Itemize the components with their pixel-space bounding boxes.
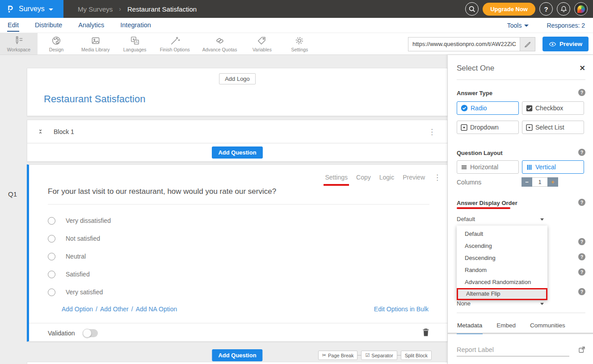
toolbar-item-variables[interactable]: Variables <box>243 33 281 54</box>
add-option-link[interactable]: Add Option <box>62 305 93 313</box>
help-button[interactable]: ? <box>539 2 553 16</box>
validation-toggle[interactable] <box>83 329 98 337</box>
menu-item-random[interactable]: Random <box>457 264 547 276</box>
breadcrumb-current: Restaurant Satisfaction <box>127 5 197 13</box>
breadcrumb: My Surveys › Restaurant Satisfaction <box>78 5 197 13</box>
annotation-red-underline <box>457 207 510 209</box>
block-menu-button[interactable]: ⋮ <box>428 127 436 136</box>
edit-options-in-bulk-link[interactable]: Edit Options in Bulk <box>374 305 429 313</box>
tools-menu[interactable]: Tools <box>507 22 529 29</box>
answer-type-checkbox[interactable]: Checkbox <box>522 101 584 115</box>
answer-display-order-select[interactable]: Default <box>457 216 547 224</box>
questionpro-logo-icon <box>6 4 15 13</box>
answer-type-help-icon[interactable]: ? <box>578 89 585 96</box>
radio-button[interactable] <box>48 271 55 278</box>
panel-tab-communities[interactable]: Communities <box>530 322 566 334</box>
menu-item-alternate-flip[interactable]: Alternate Flip <box>457 288 547 300</box>
split-block-button[interactable]: Split Block <box>401 351 432 360</box>
question-tab-logic[interactable]: Logic <box>379 174 394 181</box>
horizontal-lines-icon <box>461 164 467 171</box>
radio-button[interactable] <box>48 235 55 243</box>
add-other-link[interactable]: Add Other <box>100 305 129 313</box>
workspace-icon <box>13 35 24 46</box>
toolbar-item-media-library[interactable]: Media Library <box>75 33 116 54</box>
menu-item-ascending[interactable]: Ascending <box>457 240 547 252</box>
question-number: Q1 <box>4 190 21 198</box>
columns-decrease-button[interactable]: − <box>522 177 532 187</box>
block-header: Block 1 ⋮ <box>27 120 447 143</box>
question-text[interactable]: For your last visit to our restaurant, h… <box>48 187 276 196</box>
radio-button[interactable] <box>48 253 55 260</box>
page-break-button[interactable]: ✂Page Break <box>318 351 358 360</box>
add-na-option-link[interactable]: Add NA Option <box>136 305 177 313</box>
dropdown-box-icon <box>461 124 467 131</box>
chevron-down-icon <box>49 8 53 11</box>
delete-question-button[interactable] <box>422 328 429 339</box>
product-switcher[interactable]: Surveys <box>0 0 63 18</box>
menu-item-advanced-randomization[interactable]: Advanced Randomization <box>457 276 547 288</box>
toolbar-item-workspace[interactable]: Workspace <box>0 33 38 54</box>
tab-integration[interactable]: Integration <box>120 19 151 32</box>
account-avatar[interactable] <box>574 2 588 16</box>
expand-report-label-button[interactable] <box>578 346 585 355</box>
add-question-button[interactable]: Add Question <box>212 146 262 159</box>
questionpro-survey-editor: Surveys My Surveys › Restaurant Satisfac… <box>0 0 593 364</box>
toolbar-item-finish-options[interactable]: Finish Options <box>154 33 196 54</box>
menu-item-descending[interactable]: Descending <box>457 252 547 264</box>
tab-analytics[interactable]: Analytics <box>78 19 105 32</box>
panel-tab-metadata[interactable]: Metadata <box>457 322 483 334</box>
toolbar-item-design[interactable]: Design <box>38 33 75 54</box>
help-icon[interactable]: ? <box>578 238 585 245</box>
notifications-button[interactable] <box>557 2 570 16</box>
toolbar-item-languages[interactable]: A Languages <box>116 33 154 54</box>
block-title[interactable]: Block 1 <box>54 128 74 135</box>
report-label-input[interactable] <box>457 345 569 356</box>
survey-title[interactable]: Restaurant Satisfaction <box>44 93 145 105</box>
none-select[interactable]: None <box>457 300 547 308</box>
separator-button[interactable]: ☑Separator <box>361 351 397 360</box>
close-panel-button[interactable]: ✕ <box>580 64 585 72</box>
columns-increase-button[interactable]: + <box>547 177 558 187</box>
tab-edit[interactable]: Edit <box>7 19 19 32</box>
responses-count[interactable]: Responses: 2 <box>547 22 585 29</box>
validation-label: Validation <box>48 330 75 337</box>
question-tab-settings[interactable]: Settings <box>325 174 348 181</box>
question-menu-button[interactable]: ⋮ <box>433 173 441 182</box>
help-icon[interactable]: ? <box>578 288 585 295</box>
breadcrumb-separator: › <box>119 5 121 13</box>
answer-type-select-list[interactable]: Select List <box>522 121 584 134</box>
answer-type-radio[interactable]: Radio <box>457 101 519 115</box>
bell-icon <box>560 5 568 13</box>
question-tab-preview[interactable]: Preview <box>403 174 425 181</box>
menu-item-default[interactable]: Default <box>457 228 547 240</box>
block-tools: ✂Page Break ☑Separator Split Block <box>318 351 432 360</box>
breadcrumb-my-surveys[interactable]: My Surveys <box>78 5 113 13</box>
layout-vertical[interactable]: Vertical <box>522 160 584 174</box>
help-icon[interactable]: ? <box>578 268 585 276</box>
add-question-button-bottom[interactable]: Add Question <box>212 349 262 361</box>
layout-horizontal[interactable]: Horizontal <box>457 160 519 174</box>
tab-distribute[interactable]: Distribute <box>34 19 63 32</box>
question-tab-copy[interactable]: Copy <box>356 174 371 181</box>
collapse-block-button[interactable] <box>37 128 44 135</box>
answer-display-order-help-icon[interactable]: ? <box>578 199 585 206</box>
columns-value-input[interactable] <box>532 177 547 187</box>
toolbar-item-advance-quotas[interactable]: Advance Quotas <box>196 33 244 54</box>
answer-type-dropdown[interactable]: Dropdown <box>457 121 519 134</box>
toolbar-item-settings[interactable]: Settings <box>281 33 318 54</box>
survey-url-input[interactable] <box>408 37 520 51</box>
preview-button[interactable]: Preview <box>543 37 589 51</box>
pencil-icon <box>524 41 531 47</box>
radio-button[interactable] <box>48 217 55 225</box>
add-logo-button[interactable]: Add Logo <box>219 73 256 84</box>
upgrade-now-button[interactable]: Upgrade Now <box>483 3 535 16</box>
help-icon[interactable]: ? <box>578 253 585 260</box>
brand-label: Surveys <box>19 5 45 13</box>
radio-button[interactable] <box>48 289 55 296</box>
search-button[interactable] <box>465 2 479 16</box>
avatar-logo-icon <box>577 5 585 13</box>
answer-display-order-label: Answer Display Order <box>457 200 593 206</box>
panel-tab-embed[interactable]: Embed <box>496 322 516 334</box>
question-layout-help-icon[interactable]: ? <box>578 149 585 156</box>
edit-url-button[interactable] <box>520 37 535 51</box>
